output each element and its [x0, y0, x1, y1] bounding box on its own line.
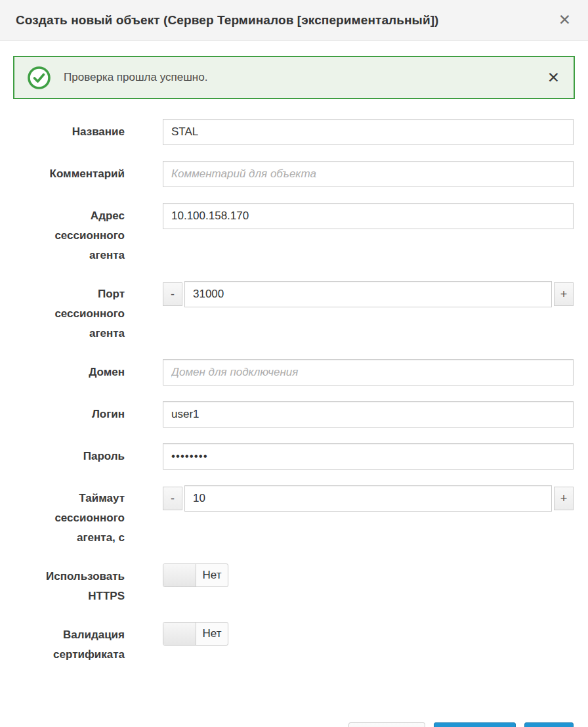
name-input[interactable] [163, 119, 574, 145]
dialog-title: Создать новый объект (Сервер Терминалов … [16, 13, 439, 28]
field-label: Название [25, 119, 125, 145]
cancel-button[interactable]: Отменить [348, 722, 426, 727]
field-row-agent-address: Адрес сессионного агента [25, 203, 574, 265]
success-alert: Проверка прошла успешно. ✕ [13, 56, 575, 99]
dialog-header: Создать новый объект (Сервер Терминалов … [0, 0, 588, 41]
password-input[interactable] [163, 443, 574, 470]
field-label: Домен [25, 359, 125, 386]
stepper-increment-button[interactable]: + [554, 487, 574, 510]
field-label: Валидация сертификата [25, 622, 125, 665]
field-label: Пароль [25, 443, 125, 470]
login-input[interactable] [163, 401, 574, 428]
field-label: Логин [25, 401, 125, 428]
alert-message: Проверка прошла успешно. [64, 71, 207, 84]
https-toggle[interactable]: Нет [163, 563, 228, 587]
comment-input[interactable] [163, 161, 574, 187]
agent-port-stepper: - + [163, 281, 574, 307]
field-label: Таймаут сессионного агента, с [25, 485, 125, 548]
field-row-agent-port: Порт сессионного агента - + [25, 281, 574, 343]
dialog-close-icon[interactable]: ✕ [558, 12, 571, 28]
field-row-domain: Домен [25, 359, 574, 386]
field-label: Адрес сессионного агента [25, 203, 125, 265]
field-label: Порт сессионного агента [25, 281, 125, 343]
test-button[interactable]: Тест [524, 722, 574, 727]
alert-close-icon[interactable]: ✕ [547, 70, 560, 85]
agent-address-input[interactable] [163, 203, 574, 229]
field-row-agent-timeout: Таймаут сессионного агента, с - + [25, 485, 574, 548]
field-row-name: Название [25, 119, 574, 145]
toggle-state-label: Нет [196, 623, 228, 645]
field-label: Комментарий [25, 161, 125, 187]
stepper-decrement-button[interactable]: - [163, 282, 182, 306]
stepper-increment-button[interactable]: + [554, 282, 574, 306]
toggle-handle [163, 564, 196, 586]
save-button[interactable]: Сохранить [434, 722, 515, 727]
field-row-cert-validation: Валидация сертификата Нет [25, 622, 574, 665]
agent-timeout-input[interactable] [184, 485, 552, 512]
check-circle-icon [27, 66, 51, 90]
domain-input[interactable] [163, 359, 574, 386]
toggle-handle [163, 623, 196, 645]
field-row-password: Пароль [25, 443, 574, 470]
create-object-form: Название Комментарий Адрес сессионного а… [0, 99, 588, 665]
agent-port-input[interactable] [184, 281, 552, 307]
dialog-footer: Отменить Сохранить Тест [0, 722, 588, 727]
field-label: Использовать HTTPS [25, 563, 125, 606]
agent-timeout-stepper: - + [163, 485, 574, 512]
stepper-decrement-button[interactable]: - [163, 487, 182, 510]
field-row-comment: Комментарий [25, 161, 574, 187]
field-row-use-https: Использовать HTTPS Нет [25, 563, 574, 606]
cert-validation-toggle[interactable]: Нет [163, 622, 228, 646]
field-row-login: Логин [25, 401, 574, 428]
toggle-state-label: Нет [196, 564, 228, 586]
